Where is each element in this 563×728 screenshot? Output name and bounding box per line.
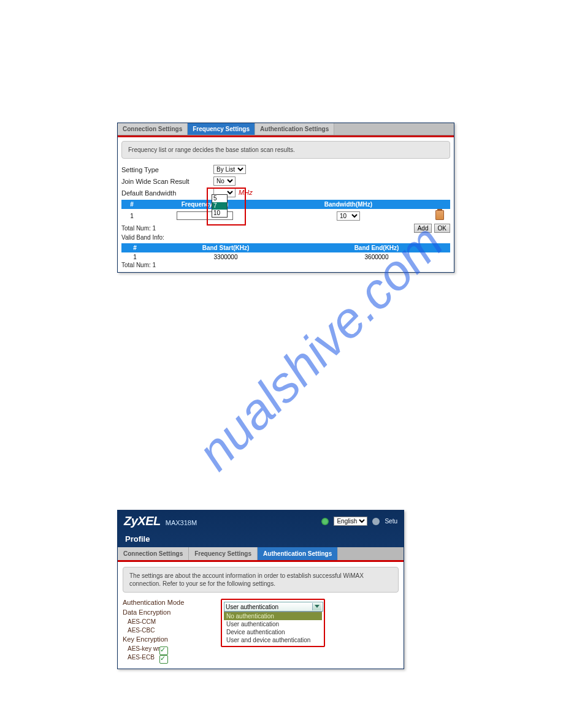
auth-opt-user[interactable]: User authentication <box>224 620 322 628</box>
table-row: 1 10 <box>121 209 450 222</box>
band-col-end: Band End(KHz) <box>303 243 450 252</box>
band-header-row: # Band Start(KHz) Band End(KHz) <box>121 243 450 252</box>
band-row-end: 3600000 <box>303 252 450 262</box>
freq-content: Frequency list or range decides the base… <box>118 135 454 272</box>
window-header: ZyXEL MAX318M English Setu <box>118 510 404 528</box>
bw-option-10[interactable]: 10 <box>212 210 227 217</box>
auth-highlight-box: User authentication No authentication Us… <box>221 599 325 647</box>
frequency-table: # Frequency(KHz) Bandwidth(MHz) 1 10 <box>121 200 450 222</box>
auth-mode-label: Authentication Mode <box>123 599 221 606</box>
row-idx: 1 <box>121 209 142 222</box>
trash-icon[interactable] <box>435 210 444 220</box>
tab2-frequency[interactable]: Frequency Settings <box>189 547 258 560</box>
chevron-down-icon[interactable] <box>312 603 321 610</box>
table-header-row: # Frequency(KHz) Bandwidth(MHz) <box>121 200 450 209</box>
auth-mode-dropdown[interactable]: No authentication User authentication De… <box>224 612 322 644</box>
info-banner: Frequency list or range decides the base… <box>121 141 450 159</box>
aes-ccm-label: AES-CCM <box>123 618 221 625</box>
valid-band-info-label: Valid Band Info: <box>121 234 450 241</box>
settings-labels: Authentication Mode Data Encryption AES-… <box>123 599 221 662</box>
row-bw-select[interactable]: 10 <box>337 211 360 221</box>
aes-ecb-label: AES-ECB <box>123 654 221 661</box>
join-wide-select[interactable]: No <box>213 176 236 186</box>
aes-keywrap-label: AES-key wrap <box>123 645 221 652</box>
auth-opt-device[interactable]: Device authentication <box>224 628 322 636</box>
globe-icon <box>321 518 329 525</box>
aes-keywrap-checkbox[interactable] <box>159 646 168 655</box>
col-idx: # <box>121 200 142 209</box>
aes-ecb-checkbox[interactable] <box>159 655 168 664</box>
model-label: MAX318M <box>166 519 197 526</box>
freq-settings-window: Connection Settings Frequency Settings A… <box>117 123 454 273</box>
tab-bar: Connection Settings Frequency Settings A… <box>118 123 454 135</box>
auth-mode-select[interactable]: User authentication <box>224 602 323 612</box>
auth-mode-value: User authentication <box>226 604 278 610</box>
auth-content: The settings are about the account infor… <box>118 560 404 669</box>
tab-connection-settings[interactable]: Connection Settings <box>118 123 188 135</box>
band-table: # Band Start(KHz) Band End(KHz) 1 330000… <box>121 243 450 262</box>
col-bw: Bandwidth(MHz) <box>267 200 429 209</box>
col-freq: Frequency(KHz) <box>142 200 267 209</box>
band-row-idx: 1 <box>121 252 148 262</box>
tab-bar-2: Connection Settings Frequency Settings A… <box>118 547 404 560</box>
band-row-start: 3300000 <box>148 252 303 262</box>
tab2-authentication[interactable]: Authentication Settings <box>258 547 338 560</box>
bw-option-5[interactable]: 5 <box>212 195 227 202</box>
gear-icon[interactable] <box>372 518 380 525</box>
language-select[interactable]: English <box>334 517 367 526</box>
join-wide-label: Join Wide Scan Result <box>121 178 213 185</box>
ok-button[interactable]: OK <box>434 224 450 233</box>
auth-info-banner: The settings are about the account infor… <box>123 567 399 593</box>
auth-settings-window: ZyXEL MAX318M English Setu Profile Conne… <box>117 510 404 669</box>
band-row: 1 3300000 3600000 <box>121 252 450 262</box>
data-enc-label: Data Encryption <box>123 609 221 616</box>
brand-logo: ZyXEL <box>124 514 161 528</box>
default-bw-label: Default Bandwidth <box>121 189 213 197</box>
section-title: Profile <box>118 528 404 547</box>
total-num-1: Total Num: 1 <box>121 225 156 232</box>
add-button[interactable]: Add <box>414 224 432 233</box>
auth-opt-userdevice[interactable]: User and device authentication <box>224 636 322 644</box>
tab-authentication-settings[interactable]: Authentication Settings <box>255 123 334 135</box>
aes-cbc-label: AES-CBC <box>123 627 221 634</box>
setting-type-label: Setting Type <box>121 166 213 173</box>
tab-frequency-settings[interactable]: Frequency Settings <box>188 123 255 135</box>
svg-marker-0 <box>315 605 320 608</box>
total-num-2: Total Num: 1 <box>121 262 450 268</box>
tab2-connection[interactable]: Connection Settings <box>118 547 189 560</box>
setting-type-select[interactable]: By List <box>213 165 246 174</box>
bw-option-7[interactable]: 7 <box>212 202 227 210</box>
auth-opt-none[interactable]: No authentication <box>224 612 322 620</box>
band-col-idx: # <box>121 243 148 252</box>
band-col-start: Band Start(KHz) <box>148 243 303 252</box>
setup-label[interactable]: Setu <box>385 518 397 525</box>
bw-dropdown-popup[interactable]: 5 7 10 <box>212 194 228 218</box>
key-enc-label: Key Encryption <box>123 635 221 643</box>
